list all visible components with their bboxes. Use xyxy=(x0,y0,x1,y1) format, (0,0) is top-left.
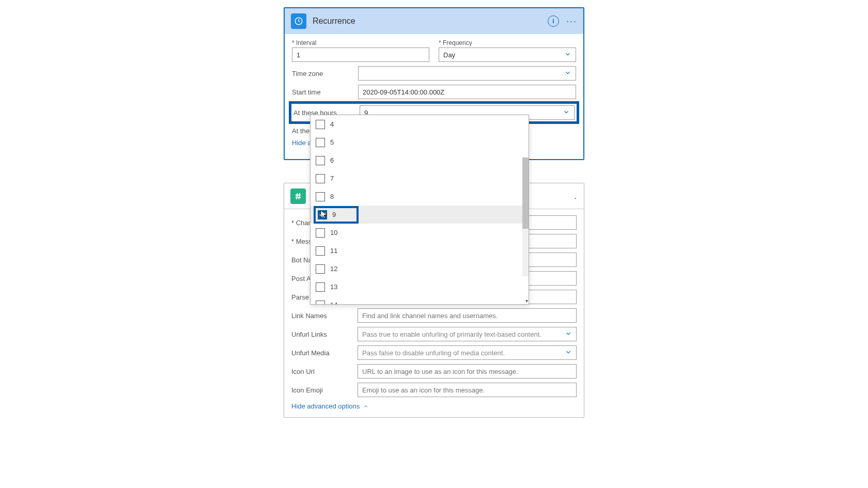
hours-option[interactable]: 4 xyxy=(311,115,529,133)
timezone-label: Time zone xyxy=(292,70,358,77)
hours-option[interactable]: 8 xyxy=(311,187,529,206)
hours-option[interactable]: 5 xyxy=(311,133,529,151)
info-icon[interactable]: i xyxy=(548,15,559,27)
chevron-down-icon xyxy=(565,330,572,339)
hours-option[interactable]: 12 xyxy=(311,260,529,278)
linknames-input[interactable] xyxy=(358,308,577,323)
more-icon[interactable]: . xyxy=(574,191,578,201)
chevron-down-icon xyxy=(563,108,570,117)
hide-advanced-link[interactable]: Hide advanced options xyxy=(291,402,369,410)
hours-option[interactable]: 9 xyxy=(311,206,529,224)
unfurl-links-label: Unfurl Links xyxy=(291,330,358,338)
scrollbar-thumb[interactable] xyxy=(522,158,529,229)
option-label: 14 xyxy=(330,301,337,304)
option-label: 12 xyxy=(330,265,337,273)
chevron-down-icon xyxy=(564,51,571,59)
iconurl-input[interactable] xyxy=(358,364,577,379)
iconurl-label: Icon Url xyxy=(291,368,358,375)
option-label: 7 xyxy=(330,175,334,182)
unfurl-media-select[interactable]: Pass false to disable unfurling of media… xyxy=(358,345,577,360)
checkbox[interactable] xyxy=(316,264,325,274)
hours-option[interactable]: 11 xyxy=(311,242,529,260)
recurrence-title: Recurrence xyxy=(313,17,548,26)
chevron-up-icon xyxy=(363,403,369,410)
interval-input[interactable] xyxy=(292,48,429,62)
unfurl-media-label: Unfurl Media xyxy=(291,349,358,357)
iconemoji-input[interactable] xyxy=(358,383,577,397)
option-label: 8 xyxy=(330,193,334,200)
hours-dropdown[interactable]: 4567891011121314 ▾ xyxy=(310,115,529,305)
option-label: 6 xyxy=(330,156,334,164)
checkbox[interactable] xyxy=(316,156,325,165)
timezone-select[interactable] xyxy=(358,66,576,81)
linknames-label: Link Names xyxy=(291,312,358,320)
chevron-down-icon xyxy=(565,349,572,357)
starttime-label: Start time xyxy=(292,88,358,96)
clock-icon xyxy=(291,13,306,29)
recurrence-header: Recurrence i ··· xyxy=(285,8,583,34)
frequency-value: Day xyxy=(443,51,455,59)
starttime-input[interactable] xyxy=(358,85,576,99)
interval-label: * Interval xyxy=(292,39,429,46)
hash-icon xyxy=(290,188,306,204)
option-label: 5 xyxy=(330,138,334,146)
checkbox[interactable] xyxy=(316,192,325,201)
checkbox[interactable] xyxy=(316,246,325,256)
unfurl-links-select[interactable]: Pass true to enable unfurling of primari… xyxy=(358,327,577,341)
chevron-down-icon xyxy=(564,69,571,78)
hours-option[interactable]: 10 xyxy=(311,224,529,242)
checkbox[interactable] xyxy=(316,228,325,238)
checkbox[interactable] xyxy=(316,120,325,129)
hours-option[interactable]: 6 xyxy=(311,151,529,169)
cursor-icon xyxy=(319,210,329,221)
checkbox[interactable] xyxy=(316,301,325,305)
option-label: 11 xyxy=(330,247,337,255)
checkbox[interactable] xyxy=(316,174,325,183)
hours-option[interactable]: 14 xyxy=(311,296,529,304)
iconemoji-label: Icon Emoji xyxy=(291,386,358,394)
unfurl-links-ph: Pass true to enable unfurling of primari… xyxy=(362,330,541,338)
option-label: 9 xyxy=(332,211,336,218)
more-icon[interactable]: ··· xyxy=(566,16,577,27)
option-label: 13 xyxy=(330,283,337,291)
frequency-label: * Frequency xyxy=(439,39,576,46)
checkbox[interactable] xyxy=(316,282,325,292)
dropdown-arrow-icon: ▾ xyxy=(525,298,528,304)
hours-option[interactable]: 7 xyxy=(311,169,529,187)
option-label: 10 xyxy=(330,229,337,237)
checkbox[interactable] xyxy=(316,138,325,147)
hours-option[interactable]: 13 xyxy=(311,278,529,296)
option-label: 4 xyxy=(330,120,334,128)
frequency-select[interactable]: Day xyxy=(439,48,576,62)
unfurl-media-ph: Pass false to disable unfurling of media… xyxy=(362,349,505,357)
